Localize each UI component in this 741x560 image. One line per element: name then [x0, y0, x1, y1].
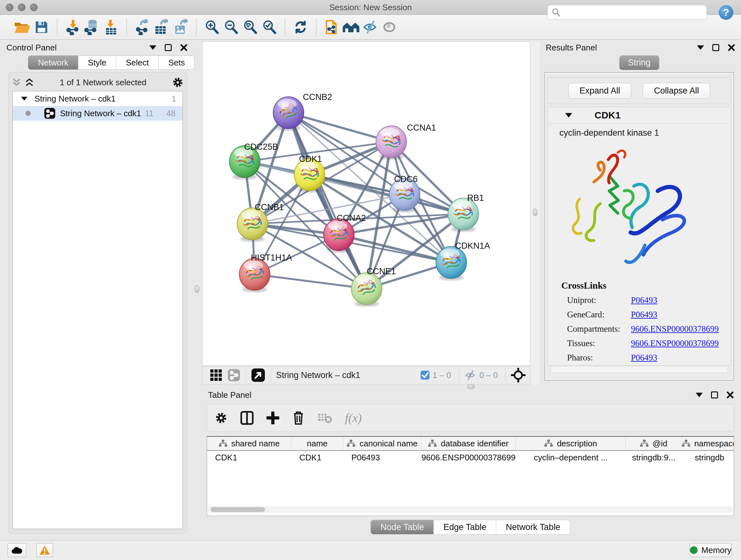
column-header--id[interactable]: @id [626, 437, 682, 450]
toolbar-search[interactable] [547, 5, 707, 20]
tab-string[interactable]: String [619, 56, 659, 70]
crosslink-link[interactable]: 9606.ENSP00000378699 [631, 324, 719, 334]
network-graph[interactable]: CCNB2CCNA1CDC25BCDK1CDC6RB1CCNB1CCNA2CDK… [203, 42, 530, 366]
collapse-all-icon[interactable] [12, 77, 21, 87]
network-node-rb1[interactable] [448, 198, 479, 232]
column-header-database-identifier[interactable]: database identifier [421, 437, 516, 450]
network-row-label: String Network – cdk1 [60, 109, 145, 118]
table-horizontal-scrollbar[interactable] [207, 506, 733, 513]
crosslink-link[interactable]: P06493 [631, 353, 657, 363]
export-image-button[interactable] [171, 17, 190, 37]
selected-checkbox-icon[interactable] [420, 370, 430, 380]
column-header-shared-name[interactable]: shared name [207, 437, 291, 450]
tree-expand-icon[interactable] [21, 97, 27, 101]
collapse-protein-icon[interactable] [565, 113, 572, 118]
crosslink-link[interactable]: P06493 [631, 295, 657, 305]
hidden-eye-slash-icon[interactable] [464, 370, 477, 380]
close-panel-icon[interactable] [180, 44, 188, 51]
expand-all-button[interactable]: Expand All [568, 83, 631, 99]
crosslink-row: Pharos:P06493 [567, 353, 726, 363]
table-gear-icon[interactable] [215, 412, 227, 424]
crosslink-row: Tissues:9606.ENSP00000378699 [567, 338, 726, 348]
tab-node-table[interactable]: Node Table [370, 520, 434, 535]
export-table-button[interactable] [152, 17, 171, 37]
crosslink-link[interactable]: P06493 [631, 310, 657, 320]
column-type-icon [682, 439, 690, 448]
float-panel-icon[interactable] [165, 44, 172, 51]
protein-card: CDK1 cyclin-dependent kinase 1 [548, 107, 731, 366]
network-node-ccne1[interactable] [351, 273, 382, 307]
import-network-from-database-button[interactable] [82, 17, 102, 37]
column-header-namespace[interactable]: namespace [682, 437, 734, 450]
crosslink-label: GeneCard: [567, 310, 631, 320]
import-table-icon [104, 19, 118, 35]
float-panel-icon[interactable] [711, 391, 718, 398]
open-session-button[interactable] [13, 17, 32, 37]
delete-table-icon[interactable] [318, 412, 332, 424]
tab-edge-table[interactable]: Edge Table [434, 520, 496, 535]
crosslink-label: Uniprot: [567, 295, 631, 305]
column-header-name[interactable]: name [291, 437, 343, 450]
string-view-icon[interactable] [227, 369, 240, 381]
panel-menu-icon[interactable] [697, 45, 704, 50]
tab-sets[interactable]: Sets [158, 56, 195, 70]
network-row-selected[interactable]: String Network – cdk1 11 48 [13, 106, 183, 121]
panel-menu-icon[interactable] [696, 393, 703, 397]
function-builder-button[interactable]: f(x) [345, 411, 362, 425]
toolbar-separator [316, 18, 317, 36]
column-header-description[interactable]: description [516, 437, 626, 450]
search-input[interactable] [560, 8, 701, 17]
node-table[interactable]: shared namenamecanonical namedatabase id… [207, 436, 734, 516]
float-panel-icon[interactable] [712, 44, 719, 51]
network-edge[interactable] [255, 274, 367, 289]
panel-menu-icon[interactable] [149, 45, 156, 50]
tab-network-table[interactable]: Network Table [496, 520, 570, 535]
zoom-out-button[interactable] [221, 17, 241, 37]
network-node-hist1h1a[interactable] [239, 258, 270, 292]
table-row[interactable]: CDK1CDK1P064939606.ENSP00000378699cyclin… [207, 451, 734, 464]
scrollbar-thumb[interactable] [211, 507, 265, 512]
clone-network-button[interactable] [322, 17, 341, 37]
close-panel-icon[interactable] [728, 44, 735, 51]
tab-select[interactable]: Select [116, 56, 158, 70]
birds-eye-view-icon[interactable] [251, 368, 266, 382]
expand-all-icon[interactable] [24, 77, 34, 87]
hide-panel-button[interactable] [360, 17, 380, 37]
cloud-button[interactable] [8, 543, 26, 557]
show-panel-button[interactable] [380, 17, 399, 37]
zoom-selected-button[interactable] [260, 17, 279, 37]
export-network-button[interactable] [133, 17, 152, 37]
table-cell: stringdb:9... [626, 451, 682, 464]
network-node-ccnb1[interactable] [237, 208, 268, 242]
gear-icon[interactable] [172, 77, 184, 88]
select-columns-icon[interactable] [240, 411, 254, 425]
crosslink-link[interactable]: 9606.ENSP00000378699 [631, 338, 719, 348]
import-table-file-button[interactable] [102, 17, 121, 37]
save-session-button[interactable] [32, 17, 51, 37]
help-button[interactable]: ? [719, 5, 733, 20]
node-label-cdkn1a: CDKN1A [455, 241, 490, 251]
collapse-all-button[interactable]: Collapse All [643, 83, 710, 99]
close-panel-icon[interactable] [726, 391, 734, 399]
zoom-in-button[interactable] [202, 17, 221, 37]
left-splitter-handle[interactable] [194, 285, 199, 293]
warnings-button[interactable] [37, 543, 53, 557]
import-network-file-button[interactable] [63, 17, 82, 37]
add-column-icon[interactable] [266, 412, 279, 424]
show-graphics-details-button[interactable] [341, 17, 360, 37]
right-splitter-handle[interactable] [533, 208, 538, 216]
grid-view-icon[interactable] [210, 369, 222, 381]
crosshair-icon[interactable] [511, 368, 526, 382]
search-icon [551, 8, 560, 17]
zoom-fit-button[interactable] [241, 17, 260, 37]
delete-column-icon[interactable] [292, 411, 305, 425]
network-node-ccna1[interactable] [376, 126, 407, 160]
network-canvas[interactable]: CCNB2CCNA1CDC25BCDK1CDC6RB1CCNB1CCNA2CDK… [202, 42, 530, 366]
memory-button[interactable]: Memory [690, 543, 732, 557]
apply-layout-button[interactable] [291, 17, 310, 37]
tab-network[interactable]: Network [28, 56, 78, 70]
column-header-canonical-name[interactable]: canonical name [343, 437, 421, 450]
tab-style[interactable]: Style [78, 56, 116, 70]
network-collection-row[interactable]: String Network – cdk1 1 [13, 91, 183, 106]
network-node-cdkn1a[interactable] [436, 246, 467, 280]
